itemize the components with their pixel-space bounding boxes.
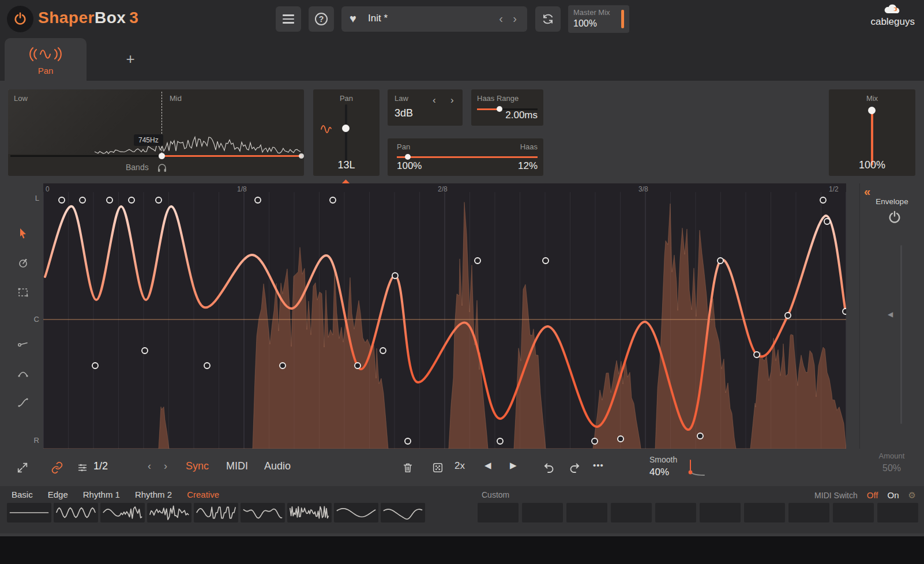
law-next-button[interactable]: › bbox=[447, 94, 457, 107]
wave-preset-waves-smooth[interactable] bbox=[334, 503, 378, 522]
double-wave-button[interactable]: 2x bbox=[455, 460, 465, 472]
custom-slot[interactable] bbox=[833, 503, 874, 522]
master-mix-slider[interactable] bbox=[621, 10, 624, 28]
preset-selector[interactable]: ♥ Init * ‹ › bbox=[341, 6, 527, 32]
custom-slot[interactable] bbox=[478, 503, 519, 522]
curve-point[interactable] bbox=[280, 363, 286, 369]
smooth-value[interactable]: 40% bbox=[649, 467, 669, 478]
draw-tool[interactable] bbox=[9, 250, 37, 276]
tab-pan[interactable]: Pan bbox=[5, 38, 87, 81]
preset-prev-button[interactable]: ‹ bbox=[495, 12, 506, 26]
wave-preset-noise-dense[interactable] bbox=[287, 503, 332, 522]
smooth-curve-icon[interactable] bbox=[683, 454, 710, 481]
curve-point[interactable] bbox=[392, 273, 398, 279]
envelope-arrow-icon[interactable]: ◀ bbox=[888, 310, 893, 318]
midi-mode-button[interactable]: MIDI bbox=[226, 460, 248, 472]
wave-preset-sine-noise[interactable] bbox=[100, 503, 145, 522]
s-curve-tool[interactable] bbox=[9, 390, 37, 415]
wave-preset-noise-mound[interactable] bbox=[147, 503, 191, 522]
custom-slot[interactable] bbox=[700, 503, 741, 522]
crossover-handle-right[interactable] bbox=[299, 153, 304, 159]
undo-button[interactable] bbox=[536, 456, 561, 480]
loop-length-value[interactable]: 1/2 bbox=[93, 460, 108, 472]
preset-tab-creative[interactable]: Creative bbox=[187, 490, 219, 499]
custom-slot[interactable] bbox=[877, 503, 918, 522]
envelope-power-button[interactable] bbox=[884, 209, 901, 226]
shift-left-button[interactable]: ◀ bbox=[484, 460, 491, 471]
preset-tab-rhythm-2[interactable]: Rhythm 2 bbox=[135, 490, 172, 499]
crossover-track-active[interactable] bbox=[161, 155, 302, 157]
wave-preset-sine-spike[interactable] bbox=[194, 503, 238, 522]
menu-button[interactable] bbox=[276, 6, 301, 32]
curve-point[interactable] bbox=[785, 313, 791, 318]
curve-point[interactable] bbox=[497, 438, 503, 444]
preset-tab-basic[interactable]: Basic bbox=[12, 490, 33, 499]
custom-slot[interactable] bbox=[522, 503, 563, 522]
lfo-graph[interactable] bbox=[43, 192, 846, 449]
pan-slider-track[interactable] bbox=[345, 104, 347, 166]
curve-point[interactable] bbox=[156, 197, 161, 203]
curve-point[interactable] bbox=[475, 258, 480, 264]
curve-point[interactable] bbox=[129, 197, 134, 203]
curve-point[interactable] bbox=[59, 197, 65, 203]
headphones-icon[interactable] bbox=[157, 162, 167, 172]
length-next-button[interactable]: › bbox=[164, 460, 167, 472]
custom-slot[interactable] bbox=[788, 503, 829, 522]
curve-point[interactable] bbox=[355, 363, 360, 369]
wave-preset-waves-dip[interactable] bbox=[381, 503, 425, 522]
band-display[interactable]: Low Mid 745Hz Bands bbox=[8, 89, 304, 176]
pan-haas-knob[interactable] bbox=[405, 154, 411, 160]
favorite-icon[interactable]: ♥ bbox=[350, 12, 356, 25]
curve-point[interactable] bbox=[718, 258, 723, 264]
add-shaper-button[interactable]: + bbox=[120, 48, 141, 69]
more-options-button[interactable]: ••• bbox=[593, 460, 604, 470]
preset-next-button[interactable]: › bbox=[509, 12, 520, 26]
link-waves-button[interactable] bbox=[45, 456, 69, 480]
midi-switch-on[interactable]: On bbox=[888, 490, 899, 500]
midi-switch-off[interactable]: Off bbox=[867, 490, 878, 500]
custom-slot[interactable] bbox=[611, 503, 652, 522]
law-prev-button[interactable]: ‹ bbox=[429, 94, 440, 107]
gear-icon[interactable]: ⚙ bbox=[908, 490, 916, 501]
envelope-amount-track[interactable] bbox=[900, 245, 902, 424]
pattern-steps-button[interactable] bbox=[70, 456, 95, 480]
custom-slot[interactable] bbox=[655, 503, 696, 522]
curve-point[interactable] bbox=[697, 433, 703, 439]
mix-slider-knob[interactable] bbox=[868, 107, 876, 114]
pan-slider-knob[interactable] bbox=[342, 125, 350, 132]
wave-preset-waves-irregular[interactable] bbox=[241, 503, 285, 522]
shift-right-button[interactable]: ▶ bbox=[510, 460, 517, 471]
custom-slot[interactable] bbox=[566, 503, 607, 522]
audio-mode-button[interactable]: Audio bbox=[264, 460, 291, 472]
power-button[interactable] bbox=[7, 6, 33, 32]
curve-point[interactable] bbox=[754, 352, 760, 358]
randomize-button[interactable] bbox=[426, 456, 450, 480]
curve-point[interactable] bbox=[80, 197, 85, 203]
redo-button[interactable] bbox=[563, 456, 587, 480]
curve-point[interactable] bbox=[824, 219, 830, 224]
curve-point[interactable] bbox=[843, 309, 846, 314]
curve-point[interactable] bbox=[255, 197, 261, 203]
curve-point[interactable] bbox=[618, 436, 623, 442]
ab-compare-button[interactable] bbox=[535, 6, 561, 32]
curve-point[interactable] bbox=[820, 197, 826, 203]
curve-point[interactable] bbox=[380, 348, 386, 354]
delete-wave-button[interactable] bbox=[396, 456, 420, 480]
preset-tab-edge[interactable]: Edge bbox=[48, 490, 68, 499]
crossover-handle[interactable] bbox=[159, 153, 165, 159]
curve-point[interactable] bbox=[330, 197, 336, 203]
master-mix-control[interactable]: Master Mix 100% bbox=[568, 5, 629, 33]
pointer-tool[interactable] bbox=[9, 221, 37, 246]
curve-tool[interactable] bbox=[9, 360, 37, 386]
curve-point[interactable] bbox=[107, 197, 112, 203]
sync-mode-button[interactable]: Sync bbox=[186, 460, 209, 472]
curve-point[interactable] bbox=[204, 363, 210, 369]
curve-point[interactable] bbox=[142, 348, 148, 354]
curve-point[interactable] bbox=[92, 363, 98, 369]
line-tool[interactable] bbox=[9, 331, 37, 356]
haas-range-knob[interactable] bbox=[497, 106, 502, 112]
custom-slot[interactable] bbox=[744, 503, 785, 522]
wave-preset-flat[interactable] bbox=[7, 503, 51, 522]
select-tool[interactable] bbox=[9, 280, 37, 305]
length-prev-button[interactable]: ‹ bbox=[148, 460, 151, 472]
